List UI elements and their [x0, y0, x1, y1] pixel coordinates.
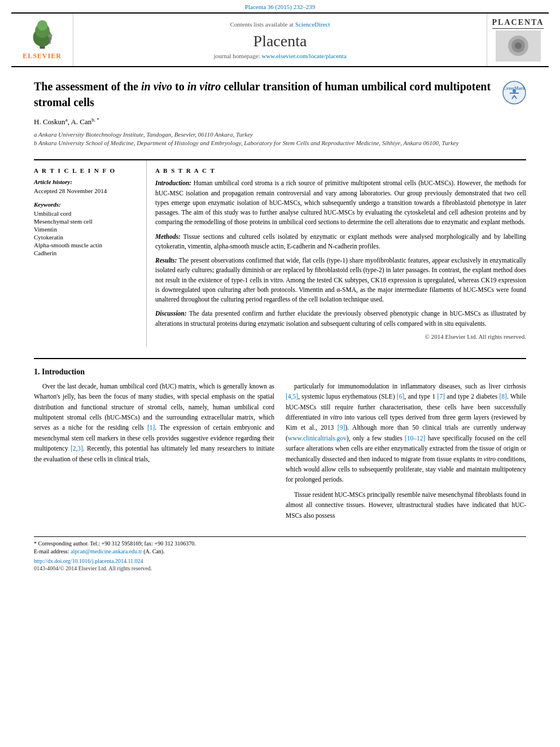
ref1-link[interactable]: [1] — [147, 424, 155, 431]
journal-header: ELSEVIER Contents lists available at Sci… — [11, 12, 549, 67]
abstract-title: A B S T R A C T — [155, 167, 526, 174]
svg-point-9 — [515, 42, 522, 49]
keyword-item: Mesenchymal stem cell — [34, 218, 138, 225]
footer-copyright: 0143-4004/© 2014 Elsevier Ltd. All right… — [34, 565, 526, 571]
abstract-results-label: Results: — [155, 257, 177, 264]
affiliation-a: a Ankara University Biotechnology Instit… — [34, 131, 526, 138]
author2-sup: b, * — [91, 117, 99, 123]
article-info-col: A R T I C L E I N F O Article history: A… — [34, 160, 147, 347]
intro-right-para2: Tissue resident hUC-MSCs principally res… — [286, 490, 526, 521]
abstract-intro-text: Human umbilical cord stroma is a rich so… — [155, 180, 526, 225]
footer-doi[interactable]: http://dx.doi.org/10.1016/j.placenta.201… — [34, 558, 526, 564]
ref6-link[interactable]: [6] — [397, 393, 404, 400]
intro-left-col: Over the last decade, human umbilical co… — [34, 381, 274, 525]
ref23-link[interactable]: [2,3] — [71, 445, 83, 452]
intro-two-col: Over the last decade, human umbilical co… — [34, 381, 526, 525]
abstract-discussion-label: Discussion: — [155, 310, 187, 317]
header-center: Contents lists available at ScienceDirec… — [73, 14, 487, 66]
header-right: PLACENTA — [487, 14, 549, 66]
page-container: Placenta 36 (2015) 232–239 ELSEVIER — [0, 0, 560, 571]
article-info-title: A R T I C L E I N F O — [34, 167, 138, 174]
intro-section: 1. Introduction Over the last decade, hu… — [34, 358, 526, 525]
keyword-item: Cadherin — [34, 250, 138, 256]
placenta-logo-title: PLACENTA — [492, 18, 544, 29]
title-part2: to — [172, 80, 187, 93]
keywords-label: Keywords: — [34, 201, 138, 208]
citation-text: Placenta 36 (2015) 232–239 — [245, 3, 315, 10]
authors-line: H. Coskuna, A. Canb, * — [34, 117, 526, 126]
sciencedirect-line: Contents lists available at ScienceDirec… — [230, 21, 330, 28]
keyword-item: Vimentin — [34, 226, 138, 233]
article-title-section: The assessment of the in vivo to in vitr… — [0, 67, 560, 154]
sciencedirect-prefix: Contents lists available at — [230, 21, 295, 28]
author2-name: , A. Can — [68, 117, 92, 126]
homepage-prefix: journal homepage: — [213, 53, 261, 59]
ref8-link[interactable]: [8] — [499, 393, 506, 400]
affiliation-b: b Ankara University School of Medicine, … — [34, 139, 526, 146]
abstract-discussion: Discussion: The data presented confirm a… — [155, 309, 526, 329]
intro-right-col: particularly for immunomodulation in inf… — [286, 381, 526, 525]
author1-name: H. Coskun — [34, 117, 65, 126]
keywords-list: Umbilical cordMesenchymal stem cellVimen… — [34, 210, 138, 256]
header-left: ELSEVIER — [11, 14, 73, 66]
keyword-item: Alpha-smooth muscle actin — [34, 242, 138, 248]
sciencedirect-link[interactable]: ScienceDirect — [295, 21, 330, 28]
intro-right-para1: particularly for immunomodulation in inf… — [286, 381, 526, 485]
ref10-12-link[interactable]: [10–12] — [405, 435, 425, 442]
abstract-methods-label: Methods: — [155, 233, 181, 240]
placenta-journal-image — [496, 30, 541, 62]
title-text: The assessment of the in vivo to in vitr… — [34, 78, 502, 110]
footnote-email: E-mail address: alpcan@medicine.ankara.e… — [34, 548, 526, 554]
svg-point-3 — [37, 20, 47, 30]
ref45-link[interactable]: [4,5] — [286, 393, 298, 400]
journal-title: Placenta — [253, 32, 307, 50]
elsevier-label: ELSEVIER — [23, 52, 62, 60]
title-italic1: in vivo — [141, 80, 172, 93]
crossmark-badge-icon[interactable]: CrossMark — [502, 81, 526, 104]
keyword-item: Cytokeratin — [34, 234, 138, 241]
abstract-methods: Methods: Tissue sections and cultured ce… — [155, 232, 526, 252]
title-part1: The assessment of the — [34, 80, 141, 93]
clinicaltrials-link[interactable]: www.clinicaltrials.gov — [288, 435, 347, 442]
abstract-discussion-text: The data presented confirm and further e… — [155, 310, 526, 326]
article-main-title: The assessment of the in vivo to in vitr… — [34, 78, 526, 110]
email-label: E-mail address: — [34, 548, 71, 554]
title-italic2: in vitro — [187, 80, 221, 93]
page-footer: * Corresponding author. Tel.: +90 312 59… — [34, 536, 526, 571]
article-history-label: Article history: — [34, 178, 138, 185]
ref7-link[interactable]: [7] — [438, 393, 445, 400]
abstract-methods-text: Tissue sections and cultured cells isola… — [155, 233, 526, 250]
ref9-link[interactable]: [9] — [338, 424, 345, 431]
abstract-introduction: Introduction: Human umbilical cord strom… — [155, 178, 526, 227]
abstract-col: A B S T R A C T Introduction: Human umbi… — [147, 160, 526, 347]
svg-point-4 — [48, 34, 52, 38]
citation-bar: Placenta 36 (2015) 232–239 — [0, 0, 560, 12]
section-number: 1. Introduction — [34, 368, 526, 377]
abstract-results: Results: The present observations confir… — [155, 256, 526, 304]
elsevier-logo: ELSEVIER — [23, 19, 62, 60]
elsevier-tree-icon — [23, 19, 62, 50]
main-content: A R T I C L E I N F O Article history: A… — [34, 159, 526, 347]
homepage-line: journal homepage: www.elsevier.com/locat… — [213, 53, 346, 59]
email-name: (A. Can). — [142, 548, 165, 554]
article-accepted-text: Accepted 28 November 2014 — [34, 187, 138, 194]
email-link[interactable]: alpcan@medicine.ankara.edu.tr — [71, 548, 142, 554]
intro-left-para1: Over the last decade, human umbilical co… — [34, 381, 274, 464]
abstract-intro-label: Introduction: — [155, 180, 191, 186]
abstract-results-text: The present observations confirmed that … — [155, 257, 526, 303]
svg-point-15 — [513, 89, 516, 93]
footnote-star: * Corresponding author. Tel.: +90 312 59… — [34, 540, 526, 547]
copyright-line: © 2014 Elsevier Ltd. All rights reserved… — [155, 333, 526, 340]
homepage-link[interactable]: www.elsevier.com/locate/placenta — [261, 53, 346, 59]
placenta-logo: PLACENTA — [492, 18, 544, 62]
keyword-item: Umbilical cord — [34, 210, 138, 217]
